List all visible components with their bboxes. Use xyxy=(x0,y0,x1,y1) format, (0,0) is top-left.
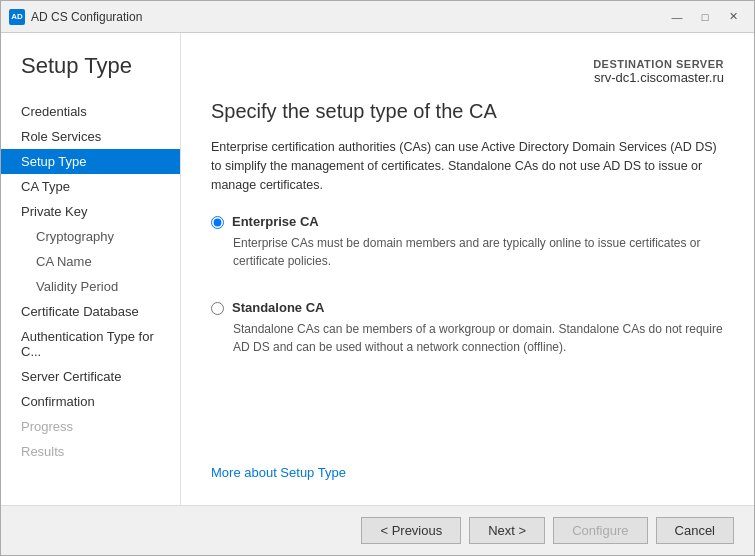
standalone-ca-option[interactable]: Standalone CA xyxy=(211,300,724,315)
window-controls: — □ ✕ xyxy=(664,7,746,27)
server-name: srv-dc1.ciscomaster.ru xyxy=(211,70,724,85)
destination-label: DESTINATION SERVER xyxy=(211,58,724,70)
destination-server-block: DESTINATION SERVER srv-dc1.ciscomaster.r… xyxy=(211,58,724,85)
page-title-left: Setup Type xyxy=(1,53,180,99)
footer: < Previous Next > Configure Cancel xyxy=(1,505,754,555)
sidebar-item-results: Results xyxy=(1,439,180,464)
enterprise-ca-option[interactable]: Enterprise CA xyxy=(211,214,724,229)
right-panel: DESTINATION SERVER srv-dc1.ciscomaster.r… xyxy=(181,33,754,505)
sidebar-item-ca-name[interactable]: CA Name xyxy=(1,249,180,274)
window-title: AD CS Configuration xyxy=(31,10,664,24)
more-about-link[interactable]: More about Setup Type xyxy=(211,445,724,480)
left-panel: Setup Type Credentials Role Services Set… xyxy=(1,33,181,505)
app-icon: AD xyxy=(9,9,25,25)
sidebar-item-confirmation[interactable]: Confirmation xyxy=(1,389,180,414)
content-area: Setup Type Credentials Role Services Set… xyxy=(1,33,754,505)
standalone-ca-desc: Standalone CAs can be members of a workg… xyxy=(211,320,724,356)
sidebar-item-role-services[interactable]: Role Services xyxy=(1,124,180,149)
title-bar: AD AD CS Configuration — □ ✕ xyxy=(1,1,754,33)
enterprise-ca-desc: Enterprise CAs must be domain members an… xyxy=(211,234,724,270)
sidebar-item-validity-period[interactable]: Validity Period xyxy=(1,274,180,299)
sidebar-item-ca-type[interactable]: CA Type xyxy=(1,174,180,199)
close-button[interactable]: ✕ xyxy=(720,7,746,27)
maximize-button[interactable]: □ xyxy=(692,7,718,27)
enterprise-ca-label[interactable]: Enterprise CA xyxy=(232,214,319,229)
cancel-button[interactable]: Cancel xyxy=(656,517,734,544)
main-window: AD AD CS Configuration — □ ✕ Setup Type … xyxy=(0,0,755,556)
standalone-ca-group: Standalone CA Standalone CAs can be memb… xyxy=(211,300,724,371)
sidebar-item-authentication-type[interactable]: Authentication Type for C... xyxy=(1,324,180,364)
standalone-ca-label[interactable]: Standalone CA xyxy=(232,300,324,315)
minimize-button[interactable]: — xyxy=(664,7,690,27)
sidebar-item-credentials[interactable]: Credentials xyxy=(1,99,180,124)
sidebar-item-setup-type[interactable]: Setup Type xyxy=(1,149,180,174)
sidebar-item-certificate-database[interactable]: Certificate Database xyxy=(1,299,180,324)
main-title: Specify the setup type of the CA xyxy=(211,100,724,123)
sidebar-item-private-key[interactable]: Private Key xyxy=(1,199,180,224)
sidebar-item-cryptography[interactable]: Cryptography xyxy=(1,224,180,249)
previous-button[interactable]: < Previous xyxy=(361,517,461,544)
enterprise-ca-group: Enterprise CA Enterprise CAs must be dom… xyxy=(211,214,724,285)
sidebar-item-server-certificate[interactable]: Server Certificate xyxy=(1,364,180,389)
standalone-ca-radio[interactable] xyxy=(211,302,224,315)
configure-button: Configure xyxy=(553,517,647,544)
next-button[interactable]: Next > xyxy=(469,517,545,544)
description-text: Enterprise certification authorities (CA… xyxy=(211,138,724,194)
sidebar-item-progress: Progress xyxy=(1,414,180,439)
enterprise-ca-radio[interactable] xyxy=(211,216,224,229)
